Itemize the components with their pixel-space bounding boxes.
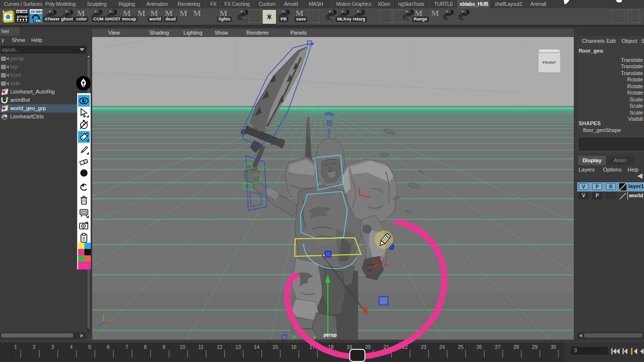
svg-text:group: group [17, 14, 28, 19]
svg-text:eb labs: eb labs [17, 10, 28, 13]
svg-text:eb labs: eb labs [31, 10, 42, 13]
svg-text:TIME: TIME [34, 19, 41, 22]
svg-text:persp: persp [323, 332, 337, 338]
svg-text:FRONT: FRONT [543, 60, 556, 65]
